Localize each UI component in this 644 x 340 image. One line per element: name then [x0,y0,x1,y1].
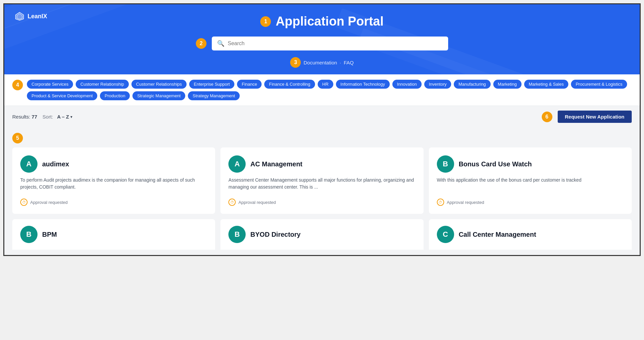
filter-tag[interactable]: Finance [237,80,262,89]
filter-tag[interactable]: Inventory [424,80,451,89]
title-badge: 1 [260,16,271,27]
app-status: ⏱ Approval requested [228,196,415,206]
app-card-partial[interactable]: B BPM [12,219,215,250]
approval-status-icon: ⏱ [437,199,444,206]
filter-badge: 4 [12,80,23,90]
request-badge: 6 [542,112,552,122]
app-status: ⏱ Approval requested [20,196,207,206]
filter-tag[interactable]: Information Technology [336,80,390,89]
approval-status-text: Approval requested [30,200,68,205]
filter-tag[interactable]: Marketing [493,80,522,89]
app-description: To perform Audit projects audimex is the… [20,177,207,192]
filter-tag[interactable]: Enterprise Support [189,80,234,89]
filter-tag[interactable]: Corporate Services [27,80,73,89]
filter-tag[interactable]: Product & Service Development [27,91,97,100]
filter-tags-wrapper: Corporate ServicesCustomer RelationshipC… [27,80,632,100]
search-icon: 🔍 [217,40,224,47]
faq-link[interactable]: FAQ [344,60,354,65]
header-section: LeanIX 1 Application Portal 2 🔍 3 Docume… [4,4,640,74]
app-card[interactable]: A AC Management Assessment Center Manage… [220,147,423,214]
app-avatar: B [20,226,38,243]
page-title-area: 1 Application Portal [260,14,383,29]
results-count: 77 [32,114,37,120]
page-title: Application Portal [276,14,383,29]
filter-tag[interactable]: HR [318,80,333,89]
app-avatar: A [228,155,246,173]
app-status: ⏱ Approval requested [437,196,624,206]
results-left: Results: 77 Sort: A – Z ▾ [12,114,72,120]
filter-tag[interactable]: Manufacturing [454,80,490,89]
app-card-partial[interactable]: C Call Center Management [429,219,632,250]
app-card-header: A audimex [20,155,207,173]
nav-badge: 3 [290,57,301,68]
filter-tag[interactable]: Innovation [392,80,422,89]
results-bar: Results: 77 Sort: A – Z ▾ 6 Request New … [4,106,640,128]
app-card-header: B Bonus Card Use Watch [437,155,624,173]
cards-section: 5 A audimex To perform Audit projects au… [4,128,640,255]
filter-tag[interactable]: Strategy Management [188,91,240,100]
app-avatar: C [437,226,454,243]
filter-tag[interactable]: Strategic Management [132,91,185,100]
app-card-partial[interactable]: B BYOD Directory [220,219,423,250]
filter-tag[interactable]: Production [100,91,130,100]
app-name: audimex [42,160,69,168]
app-card[interactable]: B Bonus Card Use Watch With this applica… [429,147,632,214]
documentation-link[interactable]: Documentation [303,60,337,65]
results-label: Results: 77 [12,114,37,120]
app-avatar: B [437,155,454,173]
app-description: With this application the use of the bon… [437,177,624,192]
nav-links: 3 Documentation · FAQ [290,57,354,74]
approval-status-icon: ⏱ [228,199,236,206]
request-new-application-button[interactable]: Request New Application [558,111,632,123]
approval-status-text: Approval requested [238,200,276,205]
search-badge: 2 [196,38,206,49]
app-avatar: B [228,226,246,243]
app-name: AC Management [250,160,302,168]
approval-status-text: Approval requested [447,200,484,205]
app-name: Call Center Management [459,231,536,238]
app-avatar: A [20,155,38,173]
filter-section: 4 Corporate ServicesCustomer Relationshi… [4,74,640,106]
app-description: Assessment Center Management supports al… [228,177,415,192]
app-card-header: A AC Management [228,155,415,173]
sort-dropdown[interactable]: Sort: A – Z ▾ [42,114,72,120]
app-window: LeanIX 1 Application Portal 2 🔍 3 Docume… [3,3,641,256]
search-area: 2 🔍 [196,37,448,50]
app-name: BPM [42,231,57,238]
filter-tag[interactable]: Procurement & Logistics [571,80,627,89]
filter-tag[interactable]: Marketing & Sales [524,80,569,89]
partial-cards-grid: B BPM B BYOD Directory C Call Center Man… [12,219,632,250]
search-box: 🔍 [212,37,448,50]
app-name: BYOD Directory [250,231,300,238]
cards-badge: 5 [12,133,23,143]
filter-tag[interactable]: Customer Relationship [76,80,129,89]
nav-separator: · [340,60,341,65]
header-content: 1 Application Portal 2 🔍 3 Documentation… [11,14,633,74]
app-card[interactable]: A audimex To perform Audit projects audi… [12,147,215,214]
search-input[interactable] [228,41,443,46]
sort-value: A – Z [57,114,69,120]
app-name: Bonus Card Use Watch [459,160,532,168]
results-right: 6 Request New Application [542,111,632,123]
cards-grid: A audimex To perform Audit projects audi… [12,147,632,214]
sort-label: Sort: [42,114,53,120]
filter-tag[interactable]: Customer Relationships [131,80,187,89]
chevron-down-icon: ▾ [70,115,72,119]
filter-tag[interactable]: Finance & Controlling [264,80,315,89]
approval-status-icon: ⏱ [20,199,28,206]
